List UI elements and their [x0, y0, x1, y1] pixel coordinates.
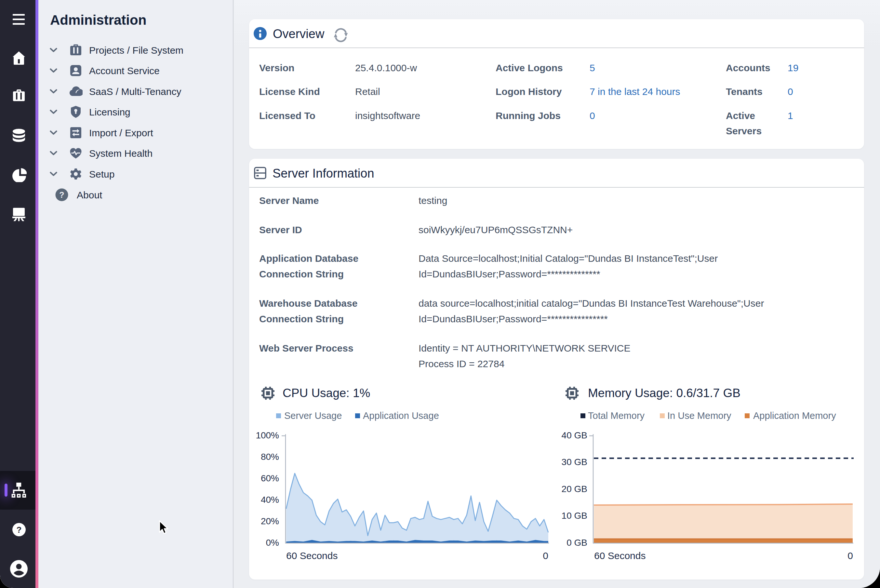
svg-text:?: ? — [59, 190, 64, 200]
svg-text:?: ? — [16, 525, 22, 535]
